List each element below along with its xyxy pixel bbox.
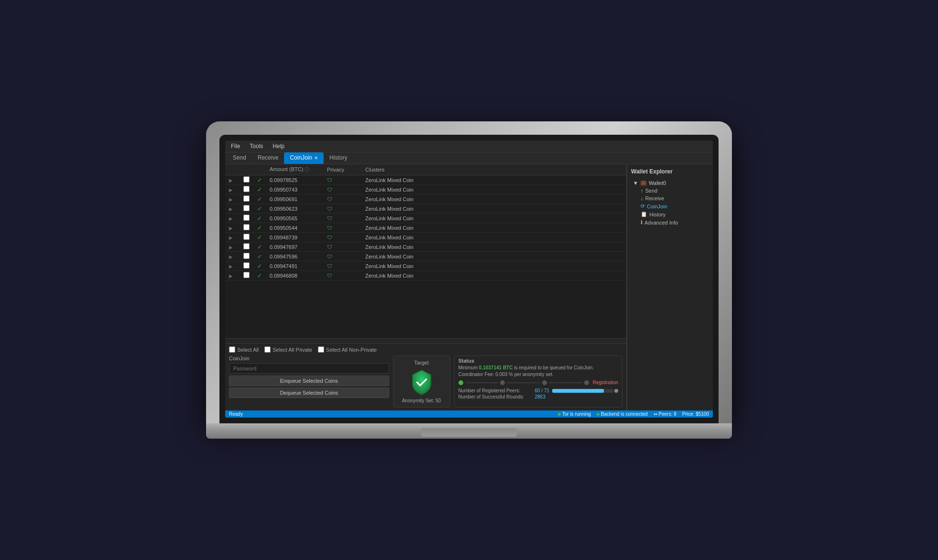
menu-bar: File Tools Help	[225, 140, 713, 152]
wallet-coinjoin-item[interactable]: ⟳ CoinJoin	[639, 202, 709, 210]
menu-help[interactable]: Help	[271, 142, 286, 151]
select-all-label[interactable]: Select All	[229, 346, 259, 353]
tab-send[interactable]: Send	[227, 152, 252, 164]
table-row[interactable]: ▶ ✓ 0.09950691 🛡 ZeroLink Mixed Coin	[225, 194, 626, 204]
progress-row: Registration	[458, 380, 619, 385]
registered-peers-label: Number of Registered Peers:	[458, 388, 535, 393]
wallet-explorer-panel: Wallet Explorer ▼ 💼 Wallet0	[627, 164, 713, 410]
send-icon: ↑	[641, 188, 644, 194]
registered-peers-row: Number of Registered Peers: 60 / 71	[458, 388, 619, 393]
menu-file[interactable]: File	[229, 142, 242, 151]
table-row[interactable]: ▶ ✓ 0.09947596 🛡 ZeroLink Mixed Coin	[225, 252, 626, 261]
btc-amount: 0.1037141 BTC	[479, 365, 513, 370]
select-all-private-label[interactable]: Select All Private	[264, 346, 312, 353]
row-checkbox[interactable]	[240, 175, 253, 185]
row-cluster: ZeroLink Mixed Coin	[361, 185, 626, 194]
wallet-send-item[interactable]: ↑ Send	[639, 187, 709, 194]
row-check: ✓	[253, 261, 266, 271]
coinjoin-title: CoinJoin	[229, 355, 389, 361]
wallet-expand-icon: ▼	[633, 180, 638, 186]
tor-dot	[558, 413, 561, 416]
row-check: ✓	[253, 214, 266, 223]
table-row[interactable]: ▶ ✓ 0.09950544 🛡 ZeroLink Mixed Coin	[225, 223, 626, 233]
status-title: Status	[458, 358, 619, 364]
peers-icon: ⇔	[654, 411, 657, 417]
successful-rounds-row: Number of Successful Rounds: 2863	[458, 394, 619, 399]
row-checkbox[interactable]	[240, 242, 253, 252]
row-checkbox[interactable]	[240, 223, 253, 233]
row-checkbox[interactable]	[240, 271, 253, 280]
wallet-child-advanced-info: ℹ Advanced Info	[639, 218, 709, 226]
target-panel: Target	[393, 355, 450, 408]
progress-dot-1	[458, 380, 463, 385]
wallet-explorer-title: Wallet Explorer	[631, 168, 709, 175]
row-checkbox[interactable]	[240, 194, 253, 204]
row-check: ✓	[253, 175, 266, 185]
horizontal-scrollbar[interactable]	[225, 338, 626, 343]
th-check	[253, 164, 266, 175]
table-row[interactable]: ▶ ✓ 0.09948739 🛡 ZeroLink Mixed Coin	[225, 233, 626, 242]
wallet-receive-item[interactable]: ↓ Receive	[639, 194, 709, 202]
th-clusters[interactable]: Clusters	[361, 164, 626, 175]
row-checkbox[interactable]	[240, 185, 253, 194]
row-checkbox[interactable]	[240, 261, 253, 271]
select-all-private-checkbox[interactable]	[264, 346, 271, 353]
table-row[interactable]: ▶ ✓ 0.09950565 🛡 ZeroLink Mixed Coin	[225, 214, 626, 223]
row-expand: ▶	[225, 242, 240, 252]
info-icon: ℹ	[641, 219, 643, 226]
row-amount: 0.09978525	[266, 175, 323, 185]
row-privacy: 🛡	[323, 242, 361, 252]
row-privacy: 🛡	[323, 252, 361, 261]
tab-receive[interactable]: Receive	[252, 152, 284, 164]
row-expand: ▶	[225, 271, 240, 280]
anonymity-set-text: Anonymity Set: 50	[402, 398, 441, 403]
row-expand: ▶	[225, 252, 240, 261]
row-checkbox[interactable]	[240, 214, 253, 223]
table-row[interactable]: ▶ ✓ 0.09978525 🛡 ZeroLink Mixed Coin	[225, 175, 626, 185]
enqueue-button[interactable]: Enqueue Selected Coins	[229, 376, 389, 386]
select-all-checkbox[interactable]	[229, 346, 235, 353]
row-cluster: ZeroLink Mixed Coin	[361, 233, 626, 242]
row-check: ✓	[253, 204, 266, 214]
row-check: ✓	[253, 194, 266, 204]
progress-line-2	[507, 382, 540, 383]
peers-bar-end	[614, 389, 618, 393]
row-expand: ▶	[225, 261, 240, 271]
row-privacy: 🛡	[323, 271, 361, 280]
tab-history[interactable]: History	[324, 152, 353, 164]
dequeue-button[interactable]: Dequeue Selected Coins	[229, 388, 389, 398]
tab-close-icon[interactable]: ✕	[314, 155, 318, 161]
amount-info-icon[interactable]: ⓘ	[305, 167, 309, 172]
row-check: ✓	[253, 271, 266, 280]
table-row[interactable]: ▶ ✓ 0.09947697 🛡 ZeroLink Mixed Coin	[225, 242, 626, 252]
progress-line-1	[465, 382, 499, 383]
row-expand: ▶	[225, 214, 240, 223]
select-all-non-private-label[interactable]: Select All Non-Private	[318, 346, 377, 353]
table-row[interactable]: ▶ ✓ 0.09946808 🛡 ZeroLink Mixed Coin	[225, 271, 626, 280]
row-amount: 0.09950565	[266, 214, 323, 223]
select-all-non-private-checkbox[interactable]	[318, 346, 324, 353]
th-amount[interactable]: Amount (BTC) ⓘ	[266, 164, 323, 175]
th-expand	[225, 164, 240, 175]
wallet-advanced-info-item[interactable]: ℹ Advanced Info	[639, 218, 709, 226]
password-input[interactable]	[229, 363, 389, 374]
menu-tools[interactable]: Tools	[248, 142, 265, 151]
successful-rounds-value: 2863	[535, 394, 545, 399]
row-amount: 0.09947697	[266, 242, 323, 252]
coin-table-area[interactable]: Amount (BTC) ⓘ Privacy Clusters	[225, 164, 626, 338]
wallet-history-item[interactable]: 📋 History	[639, 210, 709, 218]
status-description: Minimum 0.1037141 BTC is required to be …	[458, 365, 619, 378]
table-row[interactable]: ▶ ✓ 0.09947491 🛡 ZeroLink Mixed Coin	[225, 261, 626, 271]
row-expand: ▶	[225, 175, 240, 185]
table-row[interactable]: ▶ ✓ 0.09950743 🛡 ZeroLink Mixed Coin	[225, 185, 626, 194]
row-checkbox[interactable]	[240, 204, 253, 214]
th-privacy[interactable]: Privacy	[323, 164, 361, 175]
tor-status: Tor is running	[558, 411, 591, 417]
tab-coinjoin[interactable]: CoinJoin ✕	[284, 152, 324, 164]
row-amount: 0.09950743	[266, 185, 323, 194]
registration-text: Registration	[593, 380, 618, 385]
row-checkbox[interactable]	[240, 252, 253, 261]
table-row[interactable]: ▶ ✓ 0.09950623 🛡 ZeroLink Mixed Coin	[225, 204, 626, 214]
row-checkbox[interactable]	[240, 233, 253, 242]
wallet-node-wallet0[interactable]: ▼ 💼 Wallet0	[631, 179, 709, 187]
